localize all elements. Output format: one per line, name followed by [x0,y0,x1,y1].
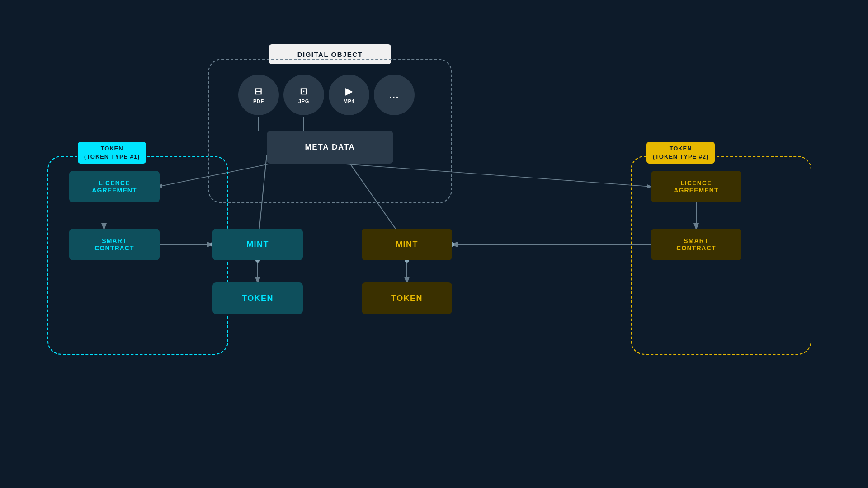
mp4-icon: ▶ [345,86,353,97]
licence-agreement-2: LICENCEAGREEMENT [651,171,741,202]
diagram-container: DIGITAL OBJECT ⊟ PDF ⊡ JPG ▶ MP4 ... MET… [0,0,868,488]
jpg-icon: ⊡ [300,86,308,97]
pdf-circle: ⊟ PDF [238,75,279,115]
mint-2: MINT [362,229,452,260]
more-circle: ... [374,75,415,115]
token-output-1: TOKEN [212,282,303,314]
mint-1: MINT [212,229,303,260]
smart-contract-2: SMARTCONTRACT [651,229,741,260]
licence-agreement-1: LICENCEAGREEMENT [69,171,160,202]
jpg-circle: ⊡ JPG [283,75,324,115]
smart-contract-1: SMARTCONTRACT [69,229,160,260]
token-type-1-label: TOKEN(TOKEN TYPE #1) [78,142,146,164]
token-type-2-label: TOKEN(TOKEN TYPE #2) [646,142,715,164]
token-output-2: TOKEN [362,282,452,314]
metadata-box: META DATA [267,131,393,164]
mp4-circle: ▶ MP4 [329,75,369,115]
pdf-icon: ⊟ [255,86,263,97]
